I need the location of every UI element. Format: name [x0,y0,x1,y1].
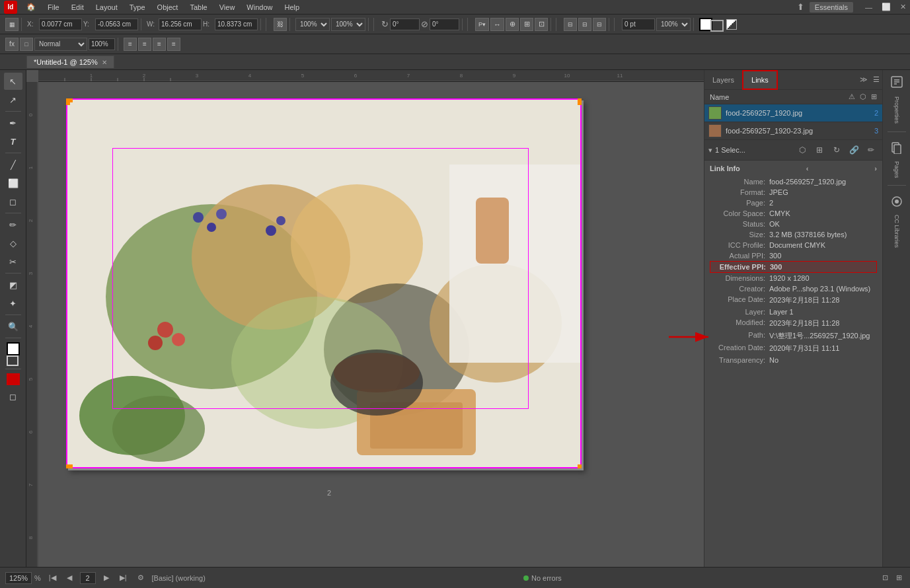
menu-help[interactable]: Help [279,2,305,13]
status-zoom-group: % [5,572,41,584]
prev-page-btn[interactable]: ◀ [64,572,75,583]
workspace-selector[interactable]: Essentials [810,2,853,13]
svg-point-40 [266,225,276,236]
app-icon: Id [4,1,17,14]
expand-panel-btn[interactable]: ⊞ [893,572,905,583]
embed-link-btn[interactable]: 🔗 [847,143,861,157]
align-text-left-btn[interactable]: ≡ [124,38,137,51]
info-creationdate-value: 2020年7月31日 11:11 [769,344,877,353]
direct-selection-tool[interactable]: ↗ [4,91,22,108]
menu-home[interactable]: 🏠 [21,1,41,13]
scale-h-select[interactable]: 100% [331,18,365,31]
cc-libraries-btn[interactable] [888,192,906,211]
scale-w-select[interactable]: 100% [295,18,330,31]
selection-tool[interactable]: ↖ [4,73,22,90]
autofit-btn[interactable]: ⊡ [535,18,548,31]
document-tab-close[interactable]: ✕ [102,59,107,66]
update-link-btn[interactable]: ↻ [829,143,844,157]
pages-label[interactable]: Pages [893,161,900,178]
shear-input[interactable] [430,18,459,30]
menu-table[interactable]: Table [184,2,212,13]
goto-link-btn[interactable]: ⊞ [812,143,827,157]
gradient-tool[interactable]: ◩ [4,276,22,293]
align-center-btn[interactable]: ⊟ [578,18,591,31]
menu-layout[interactable]: Layout [91,2,123,13]
x-input[interactable] [39,18,82,30]
transform-icon[interactable]: ▦ [5,18,19,31]
mode-icon[interactable] [7,373,20,385]
next-page-btn[interactable]: ▶ [101,572,112,583]
opacity-input[interactable] [89,38,115,50]
link-item-1[interactable]: food-2569257_1920-23.jpg 3 [704,122,882,140]
relink-btn[interactable]: ⬡ [795,143,810,157]
link-info-expand-right[interactable]: › [874,165,877,172]
canvas-scroll-area[interactable]: 2 [38,82,704,567]
document-tab[interactable]: *Untitled-1 @ 125% ✕ [26,55,114,68]
pencil-tool[interactable]: ✏ [4,216,22,233]
properties-label[interactable]: Properties [892,95,901,125]
pt-input[interactable] [622,18,655,30]
frame-tool[interactable]: ⬜ [4,174,22,192]
type-tool[interactable]: T [4,133,22,150]
link-icon: ⬡ [860,92,866,101]
menu-window[interactable]: Window [241,2,278,13]
next-page-end-btn[interactable]: ▶| [117,572,130,583]
menu-file[interactable]: File [42,2,65,13]
chain-icon[interactable]: ⛓ [274,18,287,31]
color-theme-tool[interactable]: ✦ [4,295,22,312]
effects-btn[interactable]: fx [5,38,19,51]
fill-frame-btn[interactable]: ↔ [490,18,504,31]
blend-mode-select[interactable]: Normal [34,38,87,51]
shear-tool[interactable]: ◇ [4,235,22,252]
link-info-expand-left[interactable]: ‹ [806,165,809,172]
panel-menu-btn[interactable]: ☰ [870,75,882,84]
preview-mode-btn[interactable]: ◻ [4,388,22,405]
justify-text-btn[interactable]: ≡ [167,38,180,51]
opacity-btn[interactable]: □ [20,38,33,51]
info-creator-label: Creator: [710,285,769,293]
menu-type[interactable]: Type [124,2,151,13]
cc-libraries-label[interactable]: CC Libraries [893,215,900,248]
minimize-panel-btn[interactable]: ⊡ [880,572,891,583]
w-input[interactable] [159,18,202,30]
shape-tool[interactable]: ◻ [4,193,22,210]
center-content-btn[interactable]: ⊕ [506,18,519,31]
fit-frame-btn[interactable]: ⊞ [520,18,533,31]
zoom-select[interactable]: 100% [656,18,691,31]
minimize-btn[interactable]: — [865,3,872,11]
pen-tool[interactable]: ✒ [4,114,22,131]
share-icon[interactable]: ⬆ [797,2,804,12]
link-item-0[interactable]: food-2569257_1920.jpg 2 [704,104,882,122]
pages-btn[interactable] [888,139,906,157]
y-input[interactable] [95,18,138,30]
zoom-input[interactable] [5,572,32,584]
fill-tool[interactable] [7,342,20,355]
preflight-btn[interactable]: ⚙ [135,572,147,583]
panel-expand-btn[interactable]: ≫ [857,75,870,84]
close-btn[interactable]: ✕ [900,3,906,11]
prev-page-start-btn[interactable]: |◀ [46,572,59,583]
rotate-input[interactable] [390,18,420,30]
properties-btn[interactable] [888,73,906,91]
none-color-box[interactable] [726,19,737,30]
stroke-tool[interactable] [7,355,19,366]
page-number-input[interactable] [80,572,96,584]
zoom-tool[interactable]: 🔍 [4,318,22,335]
h-input[interactable] [215,18,258,30]
stroke-color-box[interactable] [710,20,724,32]
edit-original-btn[interactable]: ✏ [864,143,878,157]
line-tool[interactable]: ╱ [4,156,22,173]
align-text-right-btn[interactable]: ≡ [153,38,166,51]
svg-text:4: 4 [28,324,34,328]
align-text-center-btn[interactable]: ≡ [138,38,151,51]
layers-tab[interactable]: Layers [704,70,742,90]
menu-object[interactable]: Object [152,2,184,13]
maximize-btn[interactable]: ⬜ [882,3,891,11]
align-left-btn[interactable]: ⊟ [564,18,577,31]
links-tab[interactable]: Links [742,70,778,90]
scissors-tool[interactable]: ✂ [4,253,22,270]
menu-edit[interactable]: Edit [66,2,89,13]
fit-content-btn[interactable]: P▾ [475,18,489,31]
align-right-btn[interactable]: ⊟ [593,18,606,31]
menu-view[interactable]: View [214,2,241,13]
